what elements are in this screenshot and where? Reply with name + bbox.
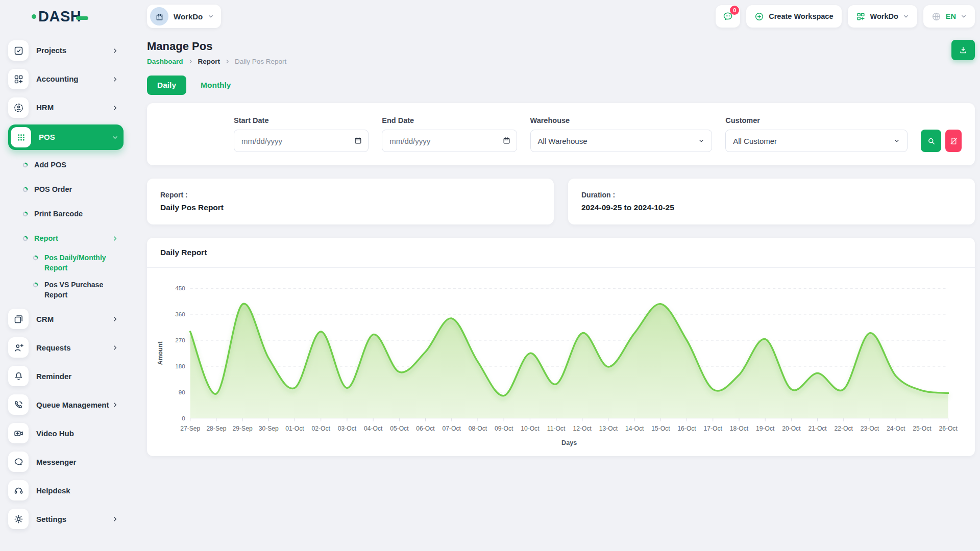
sidebar-item-accounting[interactable]: Accounting bbox=[8, 67, 124, 91]
workspace-menu-button[interactable]: WorkDo bbox=[848, 5, 917, 28]
reminder-icon bbox=[8, 366, 29, 386]
circle-bullet-icon bbox=[33, 280, 44, 288]
sidebar-item-print-barcode[interactable]: Print Barcode bbox=[8, 204, 124, 223]
sidebar-item-label: POS bbox=[39, 132, 112, 142]
customer-select[interactable]: All Customer bbox=[725, 130, 908, 152]
x-tick-label: 12-Oct bbox=[573, 425, 592, 432]
x-tick-label: 17-Oct bbox=[704, 425, 723, 432]
x-tick-label: 18-Oct bbox=[730, 425, 749, 432]
start-date-label: Start Date bbox=[234, 116, 369, 124]
sidebar-item-pos[interactable]: POS bbox=[8, 124, 124, 150]
plus-circle-icon bbox=[754, 12, 764, 21]
workspace-switcher[interactable]: WorkDo bbox=[147, 5, 221, 28]
language-code: EN bbox=[946, 12, 956, 20]
x-tick-label: 03-Oct bbox=[338, 425, 357, 432]
duration-label: Duration : bbox=[581, 191, 962, 199]
breadcrumb-report[interactable]: Report bbox=[198, 58, 220, 65]
sidebar-item-crm[interactable]: CRM bbox=[8, 307, 124, 331]
report-summary-card: Report : Daily Pos Report bbox=[147, 179, 554, 224]
y-tick-label: 270 bbox=[175, 337, 185, 343]
sidebar-item-label: Accounting bbox=[36, 74, 112, 84]
sidebar-item-helpdesk[interactable]: Helpdesk bbox=[8, 479, 124, 502]
chevron-right-icon bbox=[225, 59, 230, 64]
projects-icon bbox=[8, 40, 29, 61]
x-tick-label: 25-Oct bbox=[913, 425, 932, 432]
breadcrumb-dashboard[interactable]: Dashboard bbox=[147, 58, 183, 65]
customer-label: Customer bbox=[725, 116, 908, 124]
sidebar-item-label: Requests bbox=[36, 343, 112, 353]
sidebar-item-label: Projects bbox=[36, 45, 112, 56]
y-axis-title: Amount bbox=[157, 342, 164, 365]
search-icon bbox=[927, 137, 936, 145]
sidebar-item-pos-order[interactable]: POS Order bbox=[8, 180, 124, 199]
sidebar-item-messenger[interactable]: Messenger bbox=[8, 450, 124, 473]
requests-icon bbox=[8, 337, 29, 358]
x-tick-label: 14-Oct bbox=[625, 425, 644, 432]
warehouse-select[interactable]: All Warehouse bbox=[530, 130, 713, 152]
x-tick-label: 05-Oct bbox=[390, 425, 409, 432]
download-icon bbox=[959, 45, 968, 55]
workspace-name: WorkDo bbox=[174, 12, 203, 21]
circle-bullet-icon bbox=[22, 211, 34, 217]
warehouse-label: Warehouse bbox=[530, 116, 713, 124]
file-slash-icon bbox=[949, 137, 958, 145]
y-tick-label: 90 bbox=[179, 389, 185, 395]
chevron-right-icon bbox=[112, 235, 118, 242]
sidebar-item-hrm[interactable]: HRM bbox=[8, 96, 124, 119]
start-date-input[interactable] bbox=[234, 130, 369, 152]
notification-badge: 0 bbox=[730, 6, 739, 15]
sidebar-item-reminder[interactable]: Reminder bbox=[8, 364, 124, 388]
x-tick-label: 16-Oct bbox=[677, 425, 696, 432]
reset-filter-button[interactable] bbox=[945, 130, 962, 152]
circle-bullet-icon bbox=[22, 236, 34, 241]
x-tick-label: 13-Oct bbox=[599, 425, 618, 432]
hrm-icon bbox=[8, 97, 29, 118]
sidebar-item-pos-vs-purchase-report[interactable]: Pos VS Purchase Report bbox=[8, 280, 124, 300]
tab-daily[interactable]: Daily bbox=[147, 76, 186, 95]
x-tick-label: 24-Oct bbox=[887, 425, 905, 432]
sidebar-item-label: POS Order bbox=[34, 185, 72, 193]
app-logo[interactable]: DASH bbox=[0, 0, 133, 33]
sidebar-item-video-hub[interactable]: Video Hub bbox=[8, 421, 124, 445]
sidebar-item-requests[interactable]: Requests bbox=[8, 336, 124, 359]
sidebar-item-label: Report bbox=[34, 234, 58, 242]
tab-monthly[interactable]: Monthly bbox=[201, 81, 231, 90]
sidebar-item-label: CRM bbox=[36, 314, 112, 324]
top-header: WorkDo 0 Create Workspace WorkDo EN bbox=[147, 0, 975, 33]
logo-dot-icon bbox=[32, 14, 36, 19]
chevron-down-icon bbox=[208, 13, 214, 19]
sidebar-item-report[interactable]: Report bbox=[8, 229, 124, 248]
download-report-button[interactable] bbox=[951, 40, 975, 60]
search-button[interactable] bbox=[921, 130, 941, 152]
sidebar-item-label: Queue Management bbox=[36, 400, 112, 410]
circle-bullet-icon bbox=[22, 162, 34, 168]
create-workspace-button[interactable]: Create Workspace bbox=[746, 5, 841, 28]
sidebar-item-label: Reminder bbox=[36, 371, 124, 382]
logo-text: DASH bbox=[38, 8, 81, 25]
x-tick-label: 15-Oct bbox=[651, 425, 670, 432]
sidebar-item-label: Add POS bbox=[34, 161, 66, 169]
sidebar-item-label: Print Barcode bbox=[34, 210, 83, 218]
x-tick-label: 04-Oct bbox=[364, 425, 383, 432]
sidebar-item-label: Pos VS Purchase Report bbox=[44, 280, 121, 300]
end-date-input[interactable] bbox=[382, 130, 517, 152]
x-tick-label: 30-Sep bbox=[259, 425, 279, 432]
end-date-label: End Date bbox=[382, 116, 517, 124]
notifications-button[interactable]: 0 bbox=[716, 5, 740, 28]
chevron-right-icon bbox=[112, 344, 118, 351]
x-tick-label: 08-Oct bbox=[469, 425, 487, 432]
sidebar-item-pos-daily-monthly-report[interactable]: Pos Daily/Monthly Report bbox=[8, 253, 124, 273]
x-tick-label: 19-Oct bbox=[756, 425, 775, 432]
report-period-tabs: DailyMonthly bbox=[147, 76, 975, 95]
start-date-group: Start Date bbox=[234, 116, 369, 152]
language-menu-button[interactable]: EN bbox=[923, 5, 975, 28]
duration-summary-card: Duration : 2024-09-25 to 2024-10-25 bbox=[568, 179, 975, 224]
sidebar-item-projects[interactable]: Projects bbox=[8, 39, 124, 62]
sidebar-item-queue-management[interactable]: Queue Management bbox=[8, 393, 124, 416]
page-title: Manage Pos bbox=[147, 40, 286, 53]
sidebar-item-add-pos[interactable]: Add POS bbox=[8, 155, 124, 174]
duration-value: 2024-09-25 to 2024-10-25 bbox=[581, 203, 962, 212]
chevron-right-icon bbox=[112, 76, 118, 83]
y-tick-label: 360 bbox=[175, 311, 185, 317]
sidebar-item-settings[interactable]: Settings bbox=[8, 507, 124, 531]
